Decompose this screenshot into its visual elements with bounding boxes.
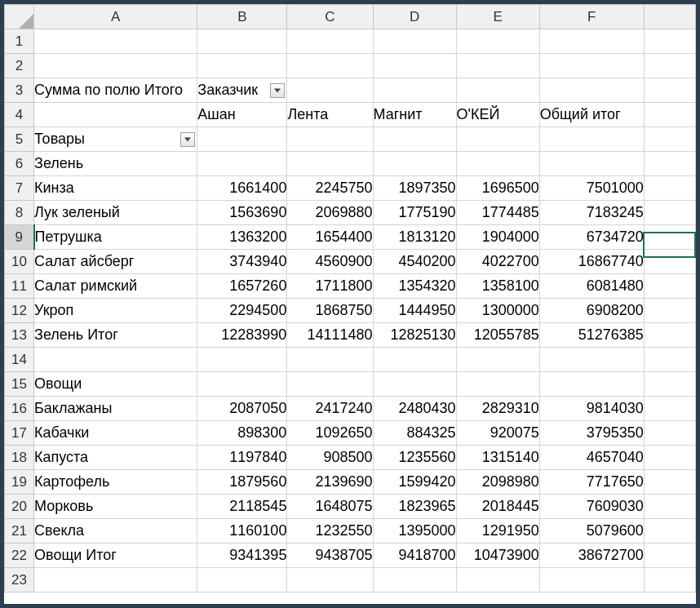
value-cell[interactable]: 2069880 [287,201,373,225]
group-total-label[interactable]: Овощи Итог [34,544,197,568]
row-header-4[interactable]: 4 [5,103,34,127]
value-cell[interactable]: 1711800 [287,274,373,299]
spreadsheet-grid[interactable]: A B C D E F 1 2 3 Сумма по полю Итого З [4,4,696,592]
pivot-datafield-label[interactable]: Сумма по полю Итого [34,78,197,103]
cell[interactable] [644,421,695,446]
value-cell[interactable]: 1868750 [287,299,373,323]
value-cell[interactable]: 1879560 [197,470,287,495]
cell-G1[interactable] [644,29,695,54]
value-cell[interactable]: 5079600 [539,519,644,544]
cell-E5[interactable] [456,127,539,152]
cell[interactable] [539,372,644,397]
cell-E1[interactable] [456,29,539,54]
cell-C2[interactable] [287,54,373,78]
cell[interactable] [644,372,695,397]
row-header-12[interactable]: 12 [5,299,34,323]
value-cell[interactable]: 1661400 [197,176,287,201]
value-cell[interactable]: 1395000 [373,519,456,544]
value-cell[interactable]: 1235560 [373,446,456,470]
cell[interactable] [644,470,695,495]
value-cell[interactable]: 6734720 [539,225,644,250]
cell[interactable] [644,225,695,250]
row-header-3[interactable]: 3 [5,78,34,103]
total-cell[interactable]: 14111480 [287,323,373,348]
cell[interactable] [644,568,695,592]
cell-G4[interactable] [644,103,695,127]
row-header-19[interactable]: 19 [5,470,34,495]
col-cust-4[interactable]: О'КЕЙ [456,103,539,127]
value-cell[interactable]: 2294500 [197,299,287,323]
row-header-2[interactable]: 2 [5,54,34,78]
cell[interactable] [644,348,695,372]
value-cell[interactable]: 908500 [287,446,373,470]
row-header-11[interactable]: 11 [5,274,34,299]
cell[interactable] [34,568,197,592]
value-cell[interactable]: 7183245 [539,201,644,225]
cell[interactable] [287,372,373,397]
value-cell[interactable]: 4560900 [287,250,373,274]
row-header-18[interactable]: 18 [5,446,34,470]
cell[interactable] [456,152,539,176]
value-cell[interactable]: 1160100 [197,519,287,544]
value-cell[interactable]: 1696500 [456,176,539,201]
col-cust-1[interactable]: Ашан [197,103,287,127]
value-cell[interactable]: 2245750 [287,176,373,201]
cell-D3[interactable] [373,78,456,103]
cell-B1[interactable] [197,29,287,54]
cell[interactable] [373,568,456,592]
value-cell[interactable]: 3795350 [539,421,644,446]
value-cell[interactable]: 1657260 [197,274,287,299]
cell-B2[interactable] [197,54,287,78]
row-header-15[interactable]: 15 [5,372,34,397]
item-label[interactable]: Картофель [34,470,197,495]
item-label[interactable]: Укроп [34,299,197,323]
cell-D1[interactable] [373,29,456,54]
total-cell[interactable]: 10473900 [456,544,539,568]
row-header-6[interactable]: 6 [5,152,34,176]
cell-B5[interactable] [197,127,287,152]
cell[interactable] [197,568,287,592]
col-header-D[interactable]: D [373,5,456,29]
value-cell[interactable]: 2018445 [456,495,539,519]
value-cell[interactable]: 1599420 [373,470,456,495]
value-cell[interactable]: 2098980 [456,470,539,495]
cell-F2[interactable] [539,54,644,78]
item-label[interactable]: Капуста [34,446,197,470]
cell[interactable] [373,372,456,397]
cell[interactable] [287,348,373,372]
cell-D5[interactable] [373,127,456,152]
col-header-B[interactable]: B [197,5,287,29]
row-header-23[interactable]: 23 [5,568,34,592]
group-total-label[interactable]: Зелень Итог [34,323,197,348]
col-cust-2[interactable]: Лента [287,103,373,127]
row-header-10[interactable]: 10 [5,250,34,274]
select-all-corner[interactable] [5,5,34,29]
value-cell[interactable]: 1813120 [373,225,456,250]
cell-E3[interactable] [456,78,539,103]
value-cell[interactable]: 4657040 [539,446,644,470]
value-cell[interactable]: 4022700 [456,250,539,274]
value-cell[interactable]: 7501000 [539,176,644,201]
value-cell[interactable]: 2087050 [197,397,287,421]
value-cell[interactable]: 7609030 [539,495,644,519]
value-cell[interactable]: 7717650 [539,470,644,495]
value-cell[interactable]: 4540200 [373,250,456,274]
value-cell[interactable]: 9814030 [539,397,644,421]
cell[interactable] [644,152,695,176]
value-cell[interactable]: 1775190 [373,201,456,225]
col-grand-total[interactable]: Общий итог [539,103,644,127]
item-label[interactable]: Морковь [34,495,197,519]
value-cell[interactable]: 2118545 [197,495,287,519]
cell-F3[interactable] [539,78,644,103]
cell[interactable] [644,250,695,274]
cell[interactable] [644,544,695,568]
cell[interactable] [287,152,373,176]
cell-D2[interactable] [373,54,456,78]
value-cell[interactable]: 920075 [456,421,539,446]
value-cell[interactable]: 898300 [197,421,287,446]
value-cell[interactable]: 884325 [373,421,456,446]
cell-F1[interactable] [539,29,644,54]
group-header[interactable]: Овощи [34,372,197,397]
value-cell[interactable]: 1444950 [373,299,456,323]
value-cell[interactable]: 1315140 [456,446,539,470]
